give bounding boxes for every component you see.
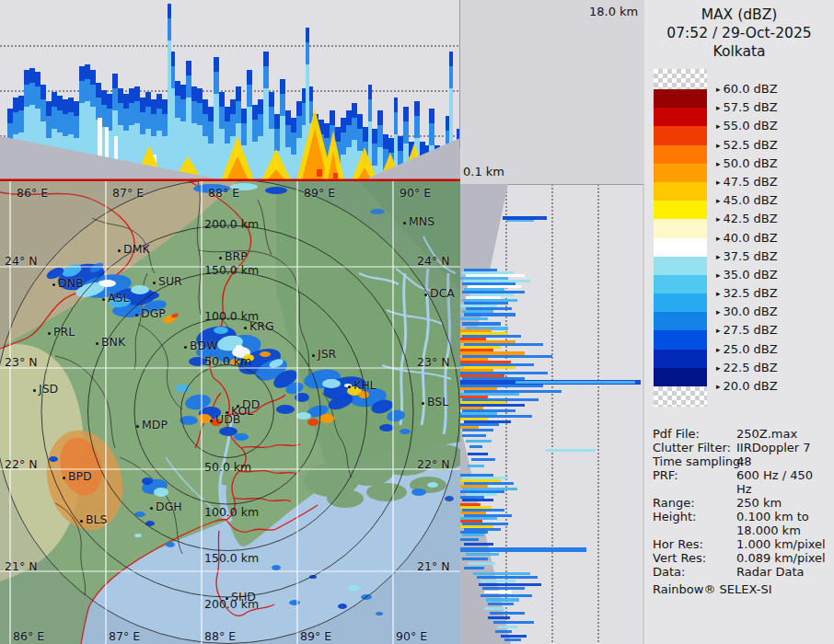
lat-label: 22° N xyxy=(417,457,449,471)
scale-label: ▸45.0 dBZ xyxy=(716,193,778,207)
range-ring-label: 50.0 km xyxy=(204,460,251,474)
city-marker xyxy=(226,597,228,600)
city-label: JSD xyxy=(39,382,58,396)
lon-label: 89° E xyxy=(300,629,331,643)
city-label: UDB xyxy=(215,412,240,426)
metadata-row: Vert Res:0.089 km/pixel xyxy=(653,551,831,565)
scale-band-under-20 xyxy=(654,386,707,407)
city-label: SUR xyxy=(158,274,182,288)
scale-band xyxy=(654,201,707,219)
metadata-row: Time sampling:48 xyxy=(653,454,831,468)
city-marker xyxy=(102,298,105,301)
scale-band xyxy=(654,330,707,349)
scale-band xyxy=(654,312,707,330)
max-height-label: 18.0 km xyxy=(589,5,638,18)
scale-band xyxy=(654,126,707,144)
city-marker xyxy=(52,283,55,286)
city-marker xyxy=(96,342,98,345)
city-marker xyxy=(135,314,138,316)
city-marker xyxy=(136,425,139,428)
city-marker xyxy=(184,346,187,349)
scale-band xyxy=(654,293,707,312)
range-ring-label: 50.0 km xyxy=(204,354,251,368)
range-ring-label: 150.0 km xyxy=(204,263,259,277)
city-label: MDP xyxy=(142,418,168,431)
scale-label: ▸20.0 dBZ xyxy=(716,379,778,393)
scale-band xyxy=(654,257,707,275)
scale-band xyxy=(654,182,707,201)
scale-label: ▸25.0 dBZ xyxy=(716,342,778,356)
city-marker xyxy=(33,389,36,392)
city-marker xyxy=(403,222,406,224)
city-label: BSL xyxy=(427,395,448,408)
city-label: KHL xyxy=(353,378,376,392)
city-marker xyxy=(150,507,153,510)
right-height-profile-panel xyxy=(460,184,644,644)
scale-band xyxy=(654,108,707,126)
lon-label: 87° E xyxy=(109,629,140,643)
metadata-row: Pdf File:250Z.max xyxy=(653,427,831,441)
city-label: PRL xyxy=(53,325,75,339)
radar-app-window: { "header": { "title": "MAX (dBZ)", "dat… xyxy=(0,0,834,644)
scale-band xyxy=(654,350,707,368)
scale-label: ▸35.0 dBZ xyxy=(716,268,778,282)
lat-label: 23° N xyxy=(5,355,37,369)
top-profile-plot xyxy=(0,0,460,181)
city-label: ASL xyxy=(108,291,129,305)
city-label: BDW xyxy=(190,339,218,352)
lon-label: 86° E xyxy=(13,629,44,643)
scale-band xyxy=(654,145,707,164)
city-marker xyxy=(312,354,315,357)
lon-label: 90° E xyxy=(396,629,427,643)
color-scale xyxy=(654,69,707,407)
lon-label: 90° E xyxy=(400,186,431,200)
city-label: MNS xyxy=(409,214,434,228)
lon-label: 88° E xyxy=(204,629,236,643)
city-label: BPD xyxy=(68,469,92,483)
lon-label: 88° E xyxy=(208,186,239,200)
right-profile-plot xyxy=(460,184,644,644)
city-marker xyxy=(219,257,222,259)
city-label: DGH xyxy=(156,500,182,513)
scale-label: ▸47.5 dBZ xyxy=(716,175,778,189)
lat-label: 22° N xyxy=(5,457,37,471)
scale-band xyxy=(654,164,707,182)
city-label: DMK xyxy=(123,242,150,256)
range-ring-label: 150.0 km xyxy=(204,551,259,565)
lon-label: 86° E xyxy=(17,186,48,200)
metadata-row: Clutter Filter:IIRDoppler 7 xyxy=(653,441,831,454)
city-marker xyxy=(244,327,247,329)
city-marker xyxy=(48,332,51,335)
scale-label: ▸37.5 dBZ xyxy=(716,249,778,263)
scale-band xyxy=(654,238,707,257)
city-label: DCA xyxy=(430,286,455,300)
metadata-row: PRF:600 Hz / 450 Hz xyxy=(653,468,831,496)
radar-map-view[interactable]: 86° E86° E87° E87° E88° E88° E89° E89° E… xyxy=(0,181,460,644)
lat-label: 24° N xyxy=(417,254,449,268)
lon-label: 87° E xyxy=(112,186,144,200)
top-height-profile-panel xyxy=(0,0,460,181)
scale-label: ▸22.5 dBZ xyxy=(716,361,778,374)
city-label: BLS xyxy=(86,512,107,526)
city-label: SHD xyxy=(231,590,256,604)
city-marker xyxy=(210,420,213,422)
scale-label: ▸27.5 dBZ xyxy=(716,323,778,337)
product-datetime: 07:52 / 29-Oct-2025 xyxy=(644,24,834,42)
metadata-row: Height:0.100 km to 18.000 km xyxy=(653,510,831,537)
city-marker xyxy=(424,293,427,296)
city-marker xyxy=(118,249,121,252)
metadata-row: Data:Radar Data xyxy=(653,565,831,579)
station-name: Kolkata xyxy=(644,42,834,61)
software-brand: Rainbow® SELEX-SI xyxy=(653,582,831,596)
scale-label: ▸57.5 dBZ xyxy=(716,100,778,114)
scale-band xyxy=(654,89,707,108)
scale-label: ▸50.0 dBZ xyxy=(716,156,778,170)
city-marker xyxy=(153,282,156,284)
scale-label: ▸52.5 dBZ xyxy=(716,138,778,152)
city-marker xyxy=(348,385,351,388)
metadata-row: Range:250 km xyxy=(653,496,831,510)
scale-band xyxy=(654,368,707,386)
scale-band-over-60 xyxy=(654,69,707,89)
scale-label: ▸40.0 dBZ xyxy=(716,231,778,245)
range-ring-label: 100.0 km xyxy=(204,505,259,519)
